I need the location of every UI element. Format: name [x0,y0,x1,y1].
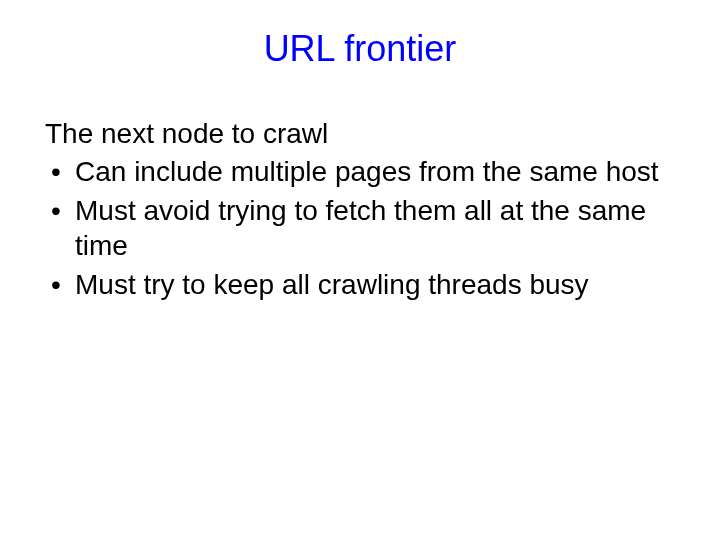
bullet-list: Can include multiple pages from the same… [45,154,675,302]
slide-subtitle: The next node to crawl [45,118,675,150]
list-item: Must avoid trying to fetch them all at t… [45,193,675,263]
slide-container: URL frontier The next node to crawl Can … [0,0,720,540]
list-item: Can include multiple pages from the same… [45,154,675,189]
slide-title: URL frontier [45,28,675,70]
list-item: Must try to keep all crawling threads bu… [45,267,675,302]
